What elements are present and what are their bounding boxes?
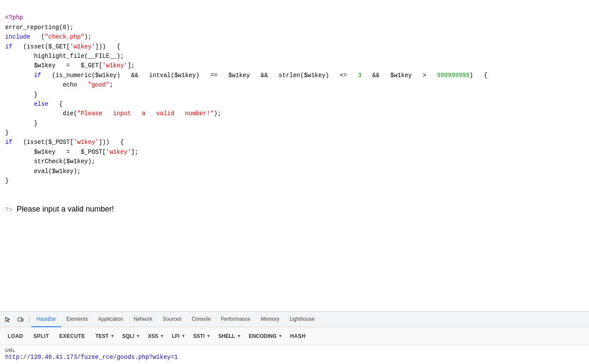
test-dropdown[interactable]: TEST ▼: [91, 331, 117, 342]
tab-network[interactable]: Network: [129, 312, 158, 327]
shell-dropdown-arrow: ▼: [237, 334, 241, 338]
tab-lighthouse[interactable]: Lighthouse: [284, 312, 320, 327]
svg-rect-0: [18, 318, 21, 321]
xss-dropdown-arrow: ▼: [160, 334, 164, 338]
tab-application[interactable]: Application: [93, 312, 129, 327]
device-icon-btn[interactable]: [15, 313, 27, 325]
tab-console[interactable]: Console: [187, 312, 216, 327]
shell-dropdown[interactable]: SHELL ▼: [214, 331, 243, 342]
php-close-tag: ?>: [5, 205, 12, 215]
hackbar-url-section: URL http://120.46.41.173/fuzee_rce/goods…: [0, 345, 589, 364]
encoding-dropdown-arrow: ▼: [278, 334, 283, 338]
tab-performance[interactable]: Performance: [216, 312, 256, 327]
load-button[interactable]: LOAD: [3, 331, 27, 342]
sqli-dropdown-arrow: ▼: [136, 334, 140, 338]
devtools-tabs-bar: HackBar Elements Application Network Sou…: [0, 312, 589, 327]
tab-hackbar[interactable]: HackBar: [31, 312, 61, 327]
devtools-panel: HackBar Elements Application Network Sou…: [0, 311, 589, 364]
test-dropdown-arrow: ▼: [110, 334, 114, 338]
tab-separator: [29, 315, 30, 324]
output-text: Please input a valid number!: [17, 203, 114, 215]
url-label: URL: [5, 348, 584, 353]
split-button[interactable]: SPLIT: [29, 331, 54, 342]
cursor-icon-btn[interactable]: [2, 313, 14, 325]
encoding-dropdown[interactable]: ENCODING ▼: [245, 331, 284, 342]
execute-button[interactable]: EXECUTE: [55, 331, 90, 342]
code-block: <?php error_reporting(0); include ("chec…: [5, 3, 584, 195]
tab-sources[interactable]: Sources: [158, 312, 187, 327]
lfi-dropdown-arrow: ▼: [181, 334, 185, 338]
hash-button[interactable]: HASH: [286, 331, 310, 342]
main-content: <?php error_reporting(0); include ("chec…: [0, 0, 589, 311]
ssti-dropdown-arrow: ▼: [206, 334, 211, 338]
lfi-dropdown[interactable]: LFI ▼: [167, 331, 187, 342]
xss-dropdown[interactable]: XSS ▼: [144, 331, 166, 342]
sqli-dropdown[interactable]: SQLI ▼: [118, 331, 142, 342]
tab-elements[interactable]: Elements: [61, 312, 93, 327]
tab-memory[interactable]: Memory: [256, 312, 284, 327]
url-value[interactable]: http://120.46.41.173/fuzee_rce/goods.php…: [5, 354, 584, 361]
ssti-dropdown[interactable]: SSTI ▼: [189, 331, 212, 342]
svg-rect-1: [22, 319, 23, 321]
hackbar-toolbar: LOAD SPLIT EXECUTE TEST ▼ SQLI ▼ XSS ▼ L…: [0, 327, 589, 345]
output-section: ?> Please input a valid number!: [5, 200, 584, 215]
